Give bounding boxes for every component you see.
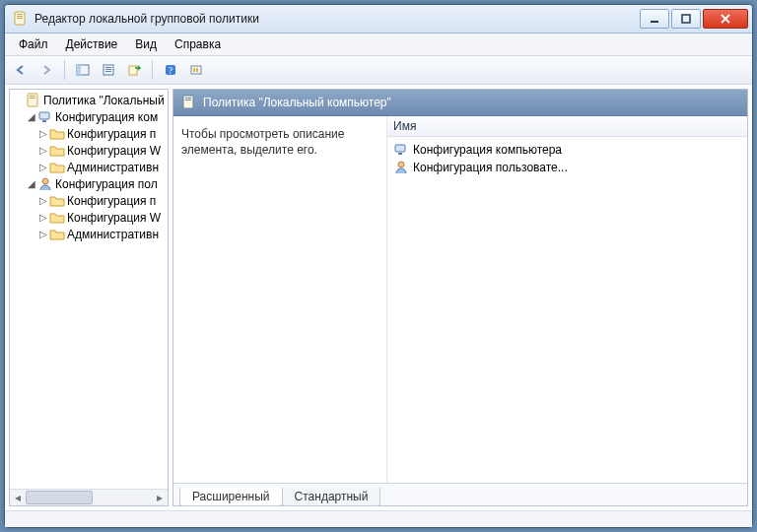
list-item-label: Конфигурация компьютера <box>413 143 562 157</box>
tree-label: Конфигурация п <box>67 127 156 141</box>
folder-icon <box>49 193 65 209</box>
statusbar <box>5 510 752 527</box>
tree-item[interactable]: ▷ Конфигурация W <box>10 142 168 159</box>
tree-hscrollbar[interactable]: ◂ ▸ <box>10 489 168 505</box>
tree[interactable]: Политика "Локальный ◢ Конфигурация ком ▷… <box>10 90 168 489</box>
app-window: Редактор локальной групповой политики Фа… <box>4 4 753 528</box>
svg-text:?: ? <box>169 65 173 76</box>
svg-rect-26 <box>185 100 191 100</box>
svg-rect-1 <box>17 14 23 15</box>
svg-rect-28 <box>398 153 402 155</box>
list-item-user-config[interactable]: Конфигурация пользовате... <box>387 159 747 176</box>
toolbar-show-tree-button[interactable] <box>71 58 95 82</box>
expand-icon[interactable]: ▷ <box>37 195 49 206</box>
tree-computer-config[interactable]: ◢ Конфигурация ком <box>10 108 168 125</box>
column-header-label: Имя <box>393 119 416 133</box>
expand-icon[interactable]: ▷ <box>37 229 49 239</box>
toolbar-help-button[interactable]: ? <box>159 58 182 82</box>
menu-file[interactable]: Файл <box>11 35 56 53</box>
window-title: Редактор локальной групповой политики <box>34 12 259 26</box>
svg-rect-19 <box>30 96 35 97</box>
tab-standard[interactable]: Стандартный <box>282 488 381 506</box>
user-icon <box>37 176 53 192</box>
main-pane: Политика "Локальный компьютер" Чтобы про… <box>172 89 748 506</box>
expand-icon[interactable]: ▷ <box>37 145 49 156</box>
description-text: Чтобы просмотреть описание элемента, выд… <box>181 127 344 157</box>
svg-point-29 <box>398 162 404 167</box>
tree-root-label: Политика "Локальный <box>43 94 165 107</box>
back-button[interactable] <box>9 58 33 82</box>
tree-label: Конфигурация W <box>67 211 161 225</box>
toolbar-filter-button[interactable] <box>184 58 208 82</box>
list-panel: Имя Конфигурация компьютера Конфигурация… <box>387 116 747 483</box>
forward-button[interactable] <box>34 58 58 82</box>
titlebar[interactable]: Редактор локальной групповой политики <box>5 5 752 33</box>
tree-pane: Политика "Локальный ◢ Конфигурация ком ▷… <box>9 89 169 506</box>
svg-rect-24 <box>183 96 193 108</box>
menu-action[interactable]: Действие <box>58 35 126 53</box>
expand-icon[interactable]: ▷ <box>37 162 49 172</box>
tree-label: Конфигурация п <box>67 194 156 208</box>
collapse-icon[interactable]: ◢ <box>26 178 37 189</box>
tab-label: Расширенный <box>192 490 270 503</box>
list-item-computer-config[interactable]: Конфигурация компьютера <box>387 141 747 159</box>
tabstrip: Расширенный Стандартный <box>173 483 747 505</box>
tree-item[interactable]: ▷ Конфигурация W <box>10 209 168 226</box>
tab-extended[interactable]: Расширенный <box>179 488 283 506</box>
tree-root[interactable]: Политика "Локальный <box>10 92 168 108</box>
scroll-thumb[interactable] <box>26 491 93 504</box>
svg-rect-4 <box>651 21 658 23</box>
menubar: Файл Действие Вид Справка <box>5 33 752 56</box>
expand-icon[interactable]: ▷ <box>37 128 49 139</box>
column-header-name[interactable]: Имя <box>387 116 747 137</box>
svg-rect-17 <box>196 68 198 72</box>
svg-rect-2 <box>17 16 23 17</box>
svg-rect-22 <box>42 120 46 122</box>
close-button[interactable] <box>703 9 748 29</box>
scroll-left-button[interactable]: ◂ <box>10 490 26 505</box>
svg-rect-27 <box>395 145 405 152</box>
svg-rect-9 <box>105 67 111 68</box>
minimize-button[interactable] <box>640 9 669 29</box>
tree-item[interactable]: ▷ Конфигурация п <box>10 192 168 209</box>
svg-rect-25 <box>185 98 191 99</box>
app-icon <box>13 11 29 27</box>
svg-rect-10 <box>105 69 111 70</box>
list-item-label: Конфигурация пользовате... <box>413 161 568 174</box>
menu-help[interactable]: Справка <box>167 35 229 53</box>
svg-rect-11 <box>105 71 111 72</box>
toolbar-export-button[interactable] <box>122 58 146 82</box>
expand-icon[interactable]: ▷ <box>37 212 49 223</box>
menu-view[interactable]: Вид <box>127 35 165 53</box>
tree-item[interactable]: ▷ Административн <box>10 159 168 175</box>
computer-icon <box>37 109 53 125</box>
tree-item[interactable]: ▷ Административн <box>10 226 168 242</box>
folder-icon <box>49 126 65 142</box>
main-header: Политика "Локальный компьютер" <box>173 90 747 116</box>
main-title: Политика "Локальный компьютер" <box>203 96 391 109</box>
folder-icon <box>49 160 65 175</box>
maximize-button[interactable] <box>671 9 701 29</box>
toolbar-properties-button[interactable] <box>97 58 120 82</box>
svg-rect-21 <box>39 112 49 119</box>
folder-icon <box>49 210 65 226</box>
svg-rect-5 <box>682 15 690 23</box>
computer-icon <box>393 142 409 158</box>
svg-rect-3 <box>17 18 23 19</box>
scroll-right-button[interactable]: ▸ <box>152 490 168 505</box>
tree-label: Административн <box>67 228 159 241</box>
svg-point-23 <box>42 178 48 184</box>
tree-user-config[interactable]: ◢ Конфигурация пол <box>10 175 168 192</box>
tree-label: Конфигурация ком <box>55 110 158 124</box>
tab-label: Стандартный <box>295 490 369 503</box>
svg-rect-7 <box>77 65 81 75</box>
svg-rect-18 <box>28 94 37 106</box>
svg-rect-16 <box>193 68 195 72</box>
tree-item[interactable]: ▷ Конфигурация п <box>10 125 168 142</box>
toolbar: ? <box>5 56 752 85</box>
policy-icon <box>26 93 41 108</box>
tree-label: Административн <box>67 161 159 174</box>
folder-icon <box>49 227 65 242</box>
description-panel: Чтобы просмотреть описание элемента, выд… <box>173 116 387 483</box>
collapse-icon[interactable]: ◢ <box>26 111 37 122</box>
